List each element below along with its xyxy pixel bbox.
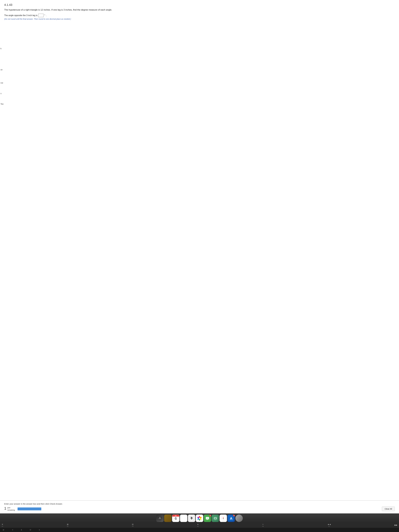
bottom-bar-dollar: $ <box>21 529 22 531</box>
dock-item-appstore[interactable]: A 2 <box>228 515 235 522</box>
content-panel: 4.1.43 The hypotenuse of a right triangl… <box>0 0 399 500</box>
key-f5[interactable]: ✦ F5 <box>197 523 199 527</box>
launchpad-icon <box>156 515 164 522</box>
svg-point-6 <box>191 519 192 519</box>
side-label-too: Too <box>0 103 4 105</box>
dock-item-calendar[interactable]: JUL 6 <box>172 515 179 522</box>
svg-point-15 <box>199 518 200 519</box>
screencapture-icon <box>212 515 219 522</box>
part-label: part <box>7 507 15 509</box>
dock-item-white[interactable] <box>180 515 187 522</box>
mission-control-icon: ⊞ <box>67 523 69 526</box>
bottom-section: Enter your answer in the answer box and … <box>0 500 399 513</box>
rewind-icon: ◄◄ <box>327 523 331 526</box>
key-f6[interactable]: ✧ F6 <box>262 523 264 527</box>
side-label-rce: rce <box>0 82 3 84</box>
answer-prompt: The angle opposite the 3 inch leg is <box>4 14 38 17</box>
remaining-label: remaining <box>7 509 15 511</box>
bottom-bar-hash: # <box>12 529 13 531</box>
launchpad-key-icon: ⊟ <box>132 523 133 526</box>
answer-row: 1 part remaining Clear All <box>4 507 395 511</box>
appstore-icon: A 2 <box>228 515 235 522</box>
dock-item-safari[interactable] <box>220 515 227 522</box>
calendar-month: JUL <box>172 515 179 517</box>
photos-icon <box>196 515 203 522</box>
key-f3[interactable]: ⊞ F3 <box>67 523 69 527</box>
svg-point-19 <box>208 518 208 518</box>
part-info: 1 part remaining <box>4 507 15 511</box>
fastforward-icon: ▶▶ <box>394 524 397 526</box>
svg-text:A: A <box>230 516 233 520</box>
safari-icon <box>220 515 227 522</box>
bottom-bar: @ # $ 0/ b <box>0 528 399 532</box>
svg-point-32 <box>223 518 223 519</box>
part-number: 1 <box>4 507 6 510</box>
dock-item-launchpad[interactable] <box>156 515 164 522</box>
svg-point-17 <box>207 518 207 518</box>
reminders-icon <box>188 515 195 522</box>
keyboard-row: ☀ F2 ⊞ F3 ⊟ F4 ✦ F5 ✧ F6 ◄◄ F7 ▶▶ <box>0 522 399 528</box>
problem-number: 4.1.43 <box>4 3 395 6</box>
dock-item-brown[interactable] <box>164 515 171 522</box>
progress-bar <box>18 507 41 510</box>
key-f2[interactable]: ☀ F2 <box>2 523 3 527</box>
brown-app-icon <box>164 515 171 522</box>
key-f8[interactable]: ▶▶ <box>394 524 397 526</box>
svg-point-2 <box>160 519 161 519</box>
side-label-k: k <box>0 48 1 50</box>
dnd-icon: ✧ <box>262 523 264 526</box>
period: . <box>46 14 46 17</box>
part-labels: part remaining <box>7 507 15 511</box>
answer-input-box[interactable] <box>38 14 44 17</box>
enter-answer-text: Enter your answer in the answer box and … <box>4 503 395 505</box>
svg-point-1 <box>158 519 160 519</box>
problem-text: The hypotenuse of a right triangle is 12… <box>4 8 395 12</box>
svg-rect-22 <box>214 518 216 519</box>
side-label-ce: ce <box>0 69 2 71</box>
degree-symbol: ° <box>44 14 45 17</box>
dictation-icon: ✦ <box>197 523 199 526</box>
dock-item-photos[interactable] <box>196 515 203 522</box>
svg-point-3 <box>160 518 160 518</box>
main-content: 4.1.43 The hypotenuse of a right triangl… <box>0 0 399 513</box>
calendar-day: 6 <box>175 517 177 521</box>
bottom-bar-0: 0/ <box>30 529 31 531</box>
circle-app-icon <box>235 515 243 522</box>
brightness-icon: ☀ <box>2 523 3 526</box>
messages-icon: 5 <box>204 515 211 522</box>
key-f7[interactable]: ◄◄ F7 <box>327 523 331 527</box>
dock: JUL 6 <box>0 513 399 522</box>
answer-line: The angle opposite the 3 inch leg is ° . <box>4 14 395 17</box>
dock-item-reminders[interactable] <box>188 515 195 522</box>
dock-item-screencapture[interactable] <box>212 515 219 522</box>
dock-item-circle[interactable] <box>235 515 243 522</box>
side-label-s: s <box>0 92 1 95</box>
bottom-bar-b: b <box>39 529 40 531</box>
clear-all-button[interactable]: Clear All <box>382 507 395 511</box>
bottom-bar-at: @ <box>3 529 4 531</box>
instruction-text: (Do not round until the final answer. Th… <box>4 18 395 20</box>
calendar-icon: JUL 6 <box>172 515 179 522</box>
svg-point-18 <box>207 518 208 518</box>
key-f4[interactable]: ⊟ F4 <box>132 523 133 527</box>
white-app-icon <box>180 515 187 522</box>
dock-item-messages[interactable]: 5 <box>204 515 211 522</box>
